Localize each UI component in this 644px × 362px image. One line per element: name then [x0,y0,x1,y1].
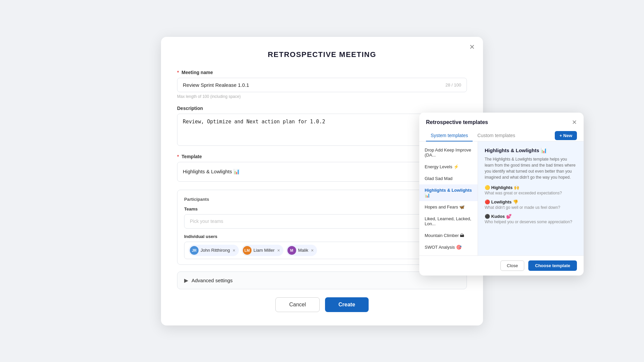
template-panel: Retrospective templates ✕ System templat… [419,113,584,275]
users-box[interactable]: JR John Ritthirong × LM Liam Miller × M … [184,242,460,259]
meeting-name-input[interactable] [183,82,445,88]
tab-system-templates[interactable]: System templates [426,130,473,141]
template-required-star: * [177,154,179,159]
list-item-hopes[interactable]: Hopes and Fears 🦋 [419,201,478,213]
tab-custom-templates[interactable]: Custom templates [473,130,520,141]
create-button[interactable]: Create [325,297,369,312]
description-label: Description [177,106,467,111]
user-tag-m: M Malik × [286,245,317,256]
advanced-settings-label: Advanced settings [192,278,233,283]
panel-close-small-button[interactable]: Close [500,260,524,271]
list-item-energy[interactable]: Energy Levels ⚡ [419,161,478,173]
list-item-mountain[interactable]: Mountain Climber 🏔 [419,230,478,241]
list-item-dakin[interactable]: Drop Add Keep Improve (DA... [419,144,478,161]
section-highlights: 🟡 Highlights 🙌 What was great or exceede… [485,185,577,195]
detail-title: Highlights & Lowlights 📊 [485,147,577,154]
section-kudos-title: ⚫ Kudos 💕 [485,214,577,219]
list-item-highlights[interactable]: Highlights & Lowlights 📊 [419,184,478,201]
template-list: Drop Add Keep Improve (DA... Energy Leve… [419,141,478,255]
meeting-name-helper: Max length of 100 (including space) [177,94,467,99]
remove-jr-icon[interactable]: × [232,248,235,253]
template-selected-name: Highlights & Lowlights 📊 [183,169,429,175]
user-name-lm: Liam Miller [254,248,275,253]
modal-close-button[interactable]: ✕ [469,44,475,50]
teams-label: Teams [184,206,460,212]
list-item-swot[interactable]: SWOT Analysis 🎯 [419,241,478,253]
meeting-name-field-wrap: 28 / 100 [177,78,467,92]
panel-close-button[interactable]: ✕ [572,119,577,126]
section-lowlights-sub: What didn't go well or made us feel down… [485,205,577,210]
avatar-lm: LM [243,246,252,255]
teams-select[interactable]: Pick your teams ⌄ [184,214,460,229]
section-lowlights-title: 🔴 Lowlights 👎 [485,199,577,204]
avatar-jr: JR [190,246,199,255]
section-kudos-sub: Who helped you or deserves some apprecia… [485,220,577,224]
section-kudos: ⚫ Kudos 💕 Who helped you or deserves som… [485,214,577,224]
meeting-name-label: * Meeting name [177,70,467,75]
avatar-m: M [287,246,296,255]
char-count: 28 / 100 [445,82,461,87]
list-item-glad-sad-mad[interactable]: Glad Sad Mad [419,173,478,184]
choose-template-button[interactable]: Choose template [528,260,577,271]
teams-placeholder: Pick your teams [190,219,223,224]
template-detail: Highlights & Lowlights 📊 The Highlights … [478,141,584,255]
required-star: * [177,70,179,75]
modal-footer: Cancel Create [177,297,467,312]
user-tag-lm: LM Liam Miller × [241,245,283,256]
participants-label: Participants [184,197,460,202]
remove-m-icon[interactable]: × [311,248,314,253]
panel-header: Retrospective templates ✕ [419,113,584,126]
panel-footer: Close Choose template [419,255,584,276]
cancel-button[interactable]: Cancel [275,297,320,312]
new-template-button[interactable]: + New [555,131,577,140]
section-lowlights: 🔴 Lowlights 👎 What didn't go well or mad… [485,199,577,210]
individual-users-label: Individual users [184,234,460,239]
advanced-chevron-icon: ▶ [184,277,188,284]
list-item-liked[interactable]: Liked, Learned, Lacked, Lon... [419,213,478,230]
user-tag-jr: JR John Ritthirong × [189,245,239,256]
detail-description: The Highlights & Lowlights template help… [485,156,577,180]
user-name-jr: John Ritthirong [201,248,230,253]
panel-title: Retrospective templates [426,119,488,125]
section-highlights-title: 🟡 Highlights 🙌 [485,185,577,190]
section-highlights-sub: What was great or exceeded expectations? [485,191,577,195]
remove-lm-icon[interactable]: × [277,248,280,253]
user-name-m: Malik [298,248,308,253]
panel-body: Drop Add Keep Improve (DA... Energy Leve… [419,141,584,255]
modal-title: RETROSPECTIVE MEETING [177,50,467,59]
panel-tabs: System templates Custom templates + New [419,126,584,141]
